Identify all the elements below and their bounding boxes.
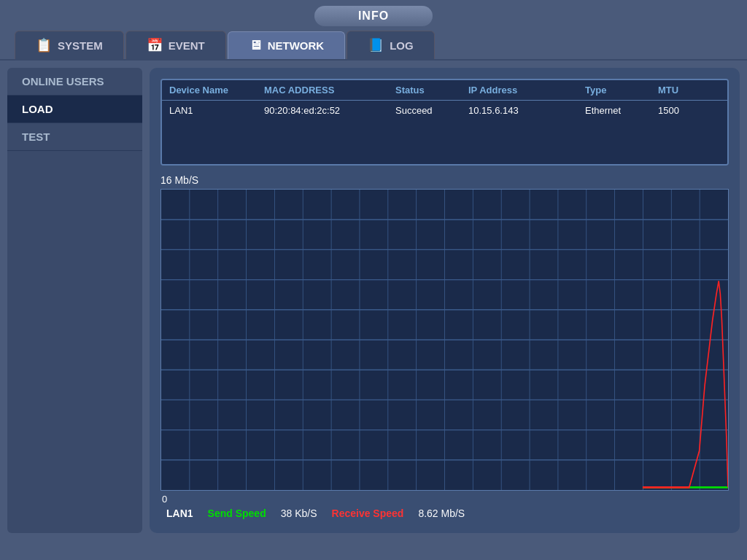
info-badge: INFO [314,6,433,26]
cell-ip-address: 10.15.6.143 [468,105,585,116]
tab-event-label: EVENT [169,39,205,52]
sidebar-item-online-users[interactable]: ONLINE USERS [7,68,142,96]
col-device-name: Device Name [169,85,264,96]
col-type: Type [585,85,658,96]
sidebar-item-test[interactable]: TEST [7,123,142,151]
event-icon: 📅 [147,37,163,53]
table-header: Device Name MAC ADDRESS Status IP Addres… [162,80,727,101]
col-ip-address: IP Address [468,85,585,96]
table-row: LAN1 90:20:84:ed:2c:52 Succeed 10.15.6.1… [162,101,727,120]
speed-bar: LAN1 Send Speed 38 Kb/S Receive Speed 8.… [160,505,729,522]
cell-mac-address: 90:20:84:ed:2c:52 [264,105,395,116]
content-panel: Device Name MAC ADDRESS Status IP Addres… [150,68,740,533]
system-icon: 📋 [36,37,52,53]
chart-container [160,189,729,491]
cell-type: Ethernet [585,105,658,116]
tab-log-label: LOG [390,39,414,52]
speed-lan: LAN1 [166,508,193,519]
cell-mtu: 1500 [658,105,716,116]
tab-log[interactable]: 📘 LOG [347,31,435,59]
tab-system[interactable]: 📋 SYSTEM [15,31,124,59]
table-empty-space [162,120,727,164]
col-mac-address: MAC ADDRESS [264,85,395,96]
chart-section: 16 Mb/S [160,174,729,522]
receive-speed-label: Receive Speed [332,508,404,519]
receive-speed-value: 8.62 Mb/S [418,508,465,519]
sidebar: ONLINE USERS LOAD TEST [7,68,142,533]
network-table: Device Name MAC ADDRESS Status IP Addres… [160,79,729,166]
send-speed-value: 38 Kb/S [281,508,317,519]
tab-system-label: SYSTEM [58,39,103,52]
sidebar-item-load[interactable]: LOAD [7,96,142,123]
log-icon: 📘 [368,37,384,53]
top-bar: INFO [0,0,747,26]
chart-svg [161,190,728,490]
col-status: Status [395,85,468,96]
chart-zero-label: 0 [160,494,729,505]
main-content: ONLINE USERS LOAD TEST Device Name MAC A… [0,61,747,540]
col-mtu: MTU [658,85,716,96]
cell-status: Succeed [395,105,468,116]
tab-bar: 📋 SYSTEM 📅 EVENT 🖥 NETWORK 📘 LOG [0,31,747,61]
tab-event[interactable]: 📅 EVENT [125,31,226,59]
tab-network[interactable]: 🖥 NETWORK [228,31,346,59]
cell-device-name: LAN1 [169,105,264,116]
network-icon: 🖥 [249,38,262,53]
send-speed-label: Send Speed [208,508,266,519]
chart-scale-label: 16 Mb/S [160,174,729,186]
tab-network-label: NETWORK [268,39,325,52]
